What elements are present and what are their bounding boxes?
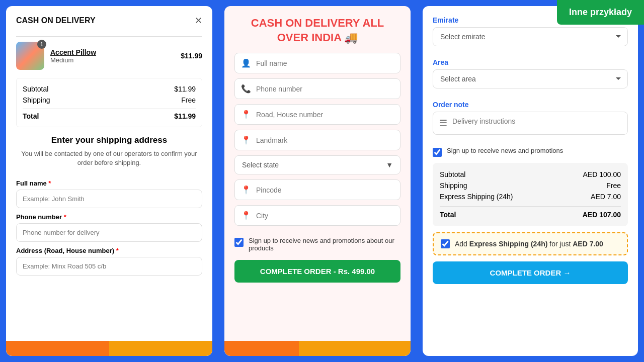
mid-fullname-input[interactable] <box>256 59 394 67</box>
shipping-section-desc: You will be contacted by one of our oper… <box>16 149 202 167</box>
total-row: Total $11.99 <box>23 109 196 122</box>
location-icon-1: 📍 <box>241 110 251 119</box>
product-info: Accent Pillow Medium <box>50 48 175 64</box>
express-text: Add Express Shipping (24h) for just AED … <box>455 240 603 248</box>
product-price: $11.99 <box>181 52 202 60</box>
mid-title: CASH ON DELIVERY ALL OVER INDIA 🚚 <box>234 16 400 45</box>
mid-road-input[interactable] <box>256 111 394 119</box>
right-total-row: Total AED 107.00 <box>440 206 621 220</box>
right-express-value: AED 7.00 <box>591 193 621 201</box>
divider-1 <box>16 36 202 37</box>
right-subtotal-label: Subtotal <box>440 170 465 178</box>
shipping-row: Shipping Free <box>23 95 196 106</box>
road-row: 📍 <box>234 104 400 125</box>
mid-landmark-input[interactable] <box>256 136 394 144</box>
location-icon-2: 📍 <box>241 135 251 145</box>
inne-badge: Inne przykłady <box>557 0 644 25</box>
total-label: Total <box>23 112 39 120</box>
fullname-label: Full name * <box>16 179 202 187</box>
mid-city-input[interactable] <box>256 212 394 220</box>
total-value: $11.99 <box>174 112 196 120</box>
summary-table: Subtotal $11.99 Shipping Free Total $11.… <box>16 78 202 127</box>
product-image: 1 <box>16 42 44 70</box>
emirate-select[interactable]: Select emirate <box>433 27 628 46</box>
phone-icon: 📞 <box>241 84 251 94</box>
landmark-row: 📍 <box>234 130 400 150</box>
order-note-row: ☰ <box>433 112 628 135</box>
express-shipping-box: Add Express Shipping (24h) for just AED … <box>433 232 628 255</box>
express-shipping-checkbox[interactable] <box>441 239 450 248</box>
pincode-row: 📍 <box>234 179 400 200</box>
shipping-section-title: Enter your shipping address <box>16 135 202 145</box>
right-total-value: AED 107.00 <box>583 211 621 219</box>
subtotal-label: Subtotal <box>23 85 48 93</box>
right-subtotal-row: Subtotal AED 100.00 <box>440 169 621 180</box>
panel-left-title: CASH ON DELIVERY <box>16 16 96 25</box>
area-select[interactable]: Select area <box>433 69 628 88</box>
mid-phone-input[interactable] <box>256 85 394 93</box>
phone-label: Phone number * <box>16 213 202 221</box>
address-label: Address (Road, House number) * <box>16 247 202 254</box>
phone-row: 📞 <box>234 78 400 99</box>
panel-mid: CASH ON DELIVERY ALL OVER INDIA 🚚 👤 📞 📍 … <box>224 6 411 356</box>
mid-pincode-input[interactable] <box>256 186 394 194</box>
mid-checkbox-label: Sign up to receive news and promotions a… <box>249 237 400 252</box>
panel-left: CASH ON DELIVERY ✕ 1 Accent Pillow Mediu… <box>6 6 212 356</box>
mid-complete-button[interactable]: COMPLETE ORDER - Rs. 499.00 <box>234 260 400 283</box>
mid-signup-checkbox[interactable] <box>234 238 244 247</box>
subtotal-value: $11.99 <box>174 85 196 93</box>
right-signup-checkbox[interactable] <box>433 148 442 157</box>
right-total-label: Total <box>440 211 456 219</box>
panel-left-header: CASH ON DELIVERY ✕ <box>16 16 202 25</box>
subtotal-row: Subtotal $11.99 <box>23 83 196 95</box>
state-row: Select state ▼ <box>234 155 400 174</box>
shipping-value: Free <box>181 96 196 104</box>
chevron-down-icon: ▼ <box>386 161 393 169</box>
right-summary: Subtotal AED 100.00 Shipping Free Expres… <box>433 163 628 226</box>
right-checkbox-label: Sign up to receive news and promotions <box>447 147 563 154</box>
right-checkbox-row: Sign up to receive news and promotions <box>433 147 628 157</box>
menu-icon: ☰ <box>439 118 447 129</box>
product-row: 1 Accent Pillow Medium $11.99 <box>16 42 202 70</box>
right-shipping-row: Shipping Free <box>440 180 621 191</box>
right-subtotal-value: AED 100.00 <box>583 170 621 178</box>
delivery-instructions-input[interactable] <box>452 117 621 129</box>
location-icon-4: 📍 <box>241 211 251 220</box>
mid-checkbox-row: Sign up to receive news and promotions a… <box>234 237 400 252</box>
panel-right: Emirate Select emirate Area Select area … <box>423 6 638 356</box>
location-icon-3: 📍 <box>241 185 251 195</box>
area-label: Area <box>433 58 628 66</box>
address-input[interactable] <box>16 257 202 276</box>
fullname-input[interactable] <box>16 190 202 208</box>
right-shipping-label: Shipping <box>440 182 467 190</box>
person-icon: 👤 <box>241 58 251 68</box>
right-express-label: Express Shipping (24h) <box>440 193 513 201</box>
phone-input[interactable] <box>16 223 202 242</box>
close-button[interactable]: ✕ <box>195 16 202 25</box>
right-express-row: Express Shipping (24h) AED 7.00 <box>440 191 621 202</box>
fullname-row: 👤 <box>234 53 400 73</box>
product-badge: 1 <box>37 40 46 49</box>
right-shipping-value: Free <box>606 182 621 190</box>
order-note-label: Order note <box>433 101 628 109</box>
product-variant: Medium <box>50 56 175 64</box>
shipping-label: Shipping <box>23 96 50 104</box>
city-row: 📍 <box>234 205 400 226</box>
state-select[interactable]: Select state <box>242 161 381 169</box>
right-complete-button[interactable]: COMPLETE ORDER → <box>433 261 628 284</box>
product-name: Accent Pillow <box>50 48 175 56</box>
